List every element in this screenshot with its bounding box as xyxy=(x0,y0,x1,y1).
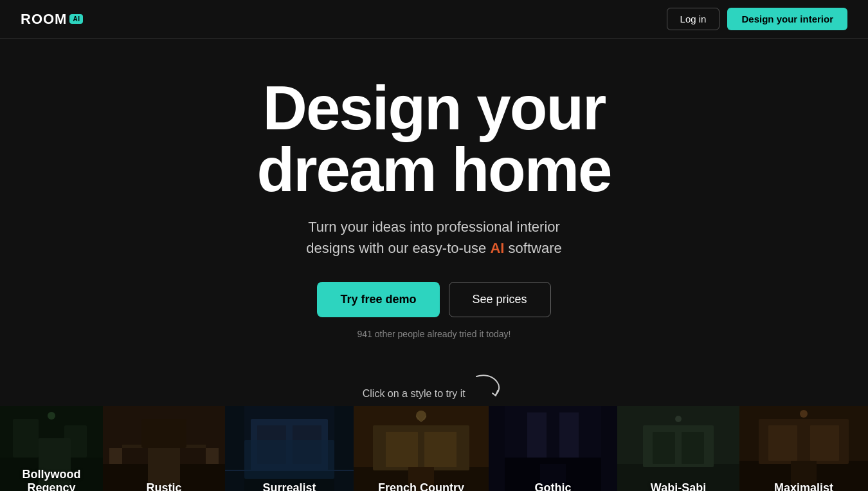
login-button[interactable]: Log in xyxy=(667,8,720,30)
styles-section: Click on a style to try it xyxy=(0,371,868,491)
hero-title: Design your dream home xyxy=(257,77,611,201)
svg-rect-16 xyxy=(257,425,286,464)
style-hint-text: Click on a style to try it xyxy=(363,388,466,399)
svg-rect-23 xyxy=(373,425,469,470)
svg-rect-10 xyxy=(206,448,219,464)
svg-rect-24 xyxy=(386,432,418,467)
svg-point-5 xyxy=(48,412,55,420)
svg-rect-2 xyxy=(13,419,39,458)
svg-rect-32 xyxy=(489,406,505,491)
style-bg-surrealist xyxy=(225,406,354,491)
nav-buttons: Log in Design your interior xyxy=(667,8,847,30)
style-card-french[interactable]: French Country xyxy=(354,406,489,491)
hero-buttons: Try free demo See prices xyxy=(317,282,550,317)
logo[interactable]: ROOM AI xyxy=(21,11,83,28)
svg-rect-19 xyxy=(334,406,354,491)
svg-rect-34 xyxy=(505,406,601,458)
svg-rect-6 xyxy=(103,406,225,491)
see-prices-button[interactable]: See prices xyxy=(449,282,551,317)
hero-section: Design your dream home Turn your ideas i… xyxy=(0,39,868,491)
style-card-surrealist[interactable]: Surrealist xyxy=(225,406,354,491)
svg-rect-38 xyxy=(617,406,739,491)
style-card-bollywood[interactable]: Bollywood Regency xyxy=(0,406,103,491)
style-bg-wabi xyxy=(617,406,739,491)
svg-rect-30 xyxy=(489,406,617,491)
style-label-french: French Country xyxy=(354,481,489,491)
style-label-bollywood: Bollywood Regency xyxy=(0,468,103,491)
arrow-icon xyxy=(473,371,505,397)
svg-rect-13 xyxy=(225,406,354,491)
style-card-rustic[interactable]: Rustic xyxy=(103,406,225,491)
try-demo-button[interactable]: Try free demo xyxy=(317,282,439,317)
svg-point-50 xyxy=(800,410,808,418)
svg-rect-33 xyxy=(601,406,617,491)
style-card-maximalist[interactable]: Maximalist xyxy=(739,406,868,491)
svg-rect-9 xyxy=(109,448,122,464)
style-card-gothic[interactable]: Gothic xyxy=(489,406,617,491)
svg-rect-47 xyxy=(768,425,797,461)
svg-line-27 xyxy=(416,416,421,422)
style-card-wabi[interactable]: Wabi-Sabi xyxy=(617,406,739,491)
svg-rect-15 xyxy=(251,419,328,470)
svg-rect-48 xyxy=(810,425,839,461)
styles-strip: Bollywood Regency Rustic xyxy=(0,406,868,491)
svg-point-26 xyxy=(416,411,426,421)
hint-container: Click on a style to try it xyxy=(0,371,868,400)
svg-rect-41 xyxy=(653,432,675,464)
svg-rect-3 xyxy=(64,425,87,458)
svg-rect-17 xyxy=(293,425,321,464)
svg-rect-21 xyxy=(354,406,489,491)
svg-rect-12 xyxy=(141,419,186,448)
svg-rect-40 xyxy=(643,425,714,467)
style-bg-rustic xyxy=(103,406,225,491)
style-label-maximalist: Maximalist xyxy=(739,481,868,491)
social-proof: 941 other people already tried it today! xyxy=(357,329,511,339)
style-bg-french xyxy=(354,406,489,491)
svg-line-28 xyxy=(421,416,426,422)
svg-rect-46 xyxy=(759,419,849,464)
design-interior-button[interactable]: Design your interior xyxy=(727,8,847,30)
svg-rect-36 xyxy=(559,412,579,458)
ai-highlight: AI xyxy=(490,240,504,256)
logo-badge: AI xyxy=(69,14,83,24)
logo-text: ROOM xyxy=(21,11,67,28)
style-bg-maximalist xyxy=(739,406,868,491)
style-label-wabi: Wabi-Sabi xyxy=(617,481,739,491)
svg-rect-18 xyxy=(225,406,244,491)
hero-subtitle: Turn your ideas into professional interi… xyxy=(306,216,561,259)
style-label-gothic: Gothic xyxy=(489,481,617,491)
svg-rect-35 xyxy=(527,412,547,458)
svg-point-43 xyxy=(675,416,682,422)
svg-rect-44 xyxy=(739,406,868,491)
navbar: ROOM AI Log in Design your interior xyxy=(0,0,868,39)
style-bg-gothic xyxy=(489,406,617,491)
style-label-rustic: Rustic xyxy=(103,481,225,491)
svg-rect-42 xyxy=(682,432,704,464)
svg-rect-8 xyxy=(122,445,206,448)
style-label-surrealist: Surrealist xyxy=(225,481,354,491)
svg-rect-25 xyxy=(424,432,457,467)
